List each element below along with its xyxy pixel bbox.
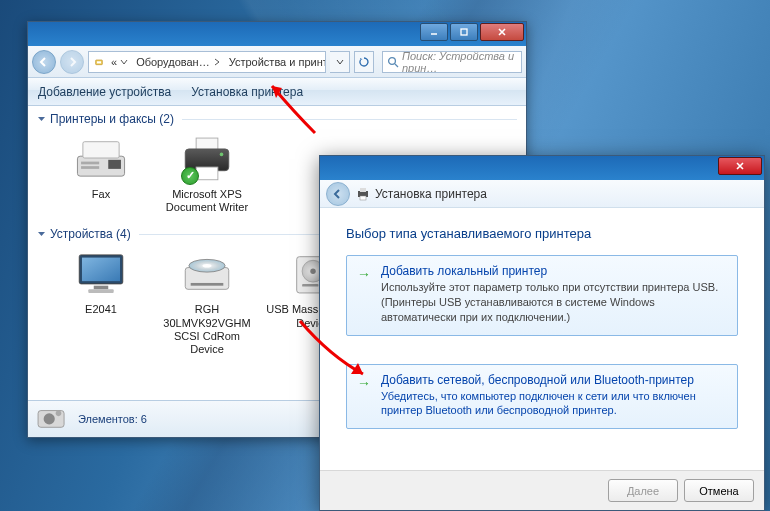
device-monitor[interactable]: E2041 (51, 246, 151, 356)
device-fax[interactable]: Fax (51, 131, 151, 214)
optical-drive-icon (175, 246, 239, 300)
svg-point-29 (56, 411, 62, 417)
printer-icon (356, 187, 370, 201)
option-network-printer[interactable]: → Добавить сетевой, беспроводной или Blu… (346, 364, 738, 430)
command-bar: Добавление устройства Установка принтера (28, 78, 526, 106)
monitor-icon (69, 246, 133, 300)
svg-rect-16 (82, 258, 120, 282)
svg-rect-13 (196, 167, 218, 180)
chevron-down-icon (37, 115, 46, 124)
chevron-down-icon (37, 230, 46, 239)
status-text: Элементов: 6 (78, 413, 147, 425)
svg-point-22 (202, 264, 211, 268)
svg-point-28 (44, 413, 55, 424)
option-network-desc: Убедитесь, что компьютер подключен к сет… (381, 389, 725, 419)
wizard-footer: Далее Отмена (320, 470, 764, 510)
svg-point-4 (389, 57, 396, 64)
svg-rect-17 (94, 286, 109, 290)
arrow-icon: → (357, 266, 371, 282)
nav-bar: « Оборудован… Устройства и принтеры Поис… (28, 46, 526, 78)
wizard-title-bar (320, 156, 764, 180)
option-local-printer[interactable]: → Добавить локальный принтер Используйте… (346, 255, 738, 336)
breadcrumb-seg1[interactable]: Оборудован… (132, 56, 225, 68)
arrow-icon: → (357, 375, 371, 391)
breadcrumb-dropdown-button[interactable] (330, 51, 350, 73)
svg-rect-20 (191, 283, 224, 286)
breadcrumb-seg2[interactable]: Устройства и принтеры (225, 56, 326, 68)
fax-icon (69, 131, 133, 185)
forward-button[interactable] (60, 50, 84, 74)
breadcrumb-icon (91, 58, 107, 66)
option-network-title: Добавить сетевой, беспроводной или Bluet… (381, 373, 725, 387)
back-button[interactable] (32, 50, 56, 74)
svg-rect-31 (360, 188, 366, 192)
svg-rect-10 (81, 166, 99, 169)
wizard-body: Выбор типа устанавливаемого принтера → Д… (320, 208, 764, 429)
add-device-link[interactable]: Добавление устройства (38, 85, 171, 99)
svg-rect-8 (108, 160, 121, 169)
device-cdrom[interactable]: RGH 30LMVK92VGHM SCSI CdRom Device (157, 246, 257, 356)
cancel-button[interactable]: Отмена (684, 479, 754, 502)
wizard-back-button[interactable] (326, 182, 350, 206)
option-local-title: Добавить локальный принтер (381, 264, 725, 278)
svg-rect-18 (88, 290, 113, 294)
breadcrumb[interactable]: « Оборудован… Устройства и принтеры (88, 51, 326, 73)
svg-rect-32 (360, 196, 366, 200)
device-xps[interactable]: Microsoft XPS Document Writer (157, 131, 257, 214)
status-thumb-icon (36, 405, 68, 433)
svg-rect-1 (461, 29, 467, 35)
close-button[interactable] (480, 23, 524, 41)
svg-rect-9 (81, 162, 99, 165)
wizard-header: Установка принтера (320, 180, 764, 208)
printer-icon (175, 131, 239, 185)
svg-rect-7 (83, 142, 119, 158)
svg-point-14 (220, 153, 224, 157)
group-printers-header[interactable]: Принтеры и факсы (2) (29, 107, 525, 129)
refresh-button[interactable] (354, 51, 374, 73)
search-input[interactable]: Поиск: Устройства и прин… (382, 51, 522, 73)
add-printer-wizard: Установка принтера Выбор типа устанавлив… (319, 155, 765, 511)
title-bar (28, 22, 526, 46)
svg-line-5 (395, 64, 398, 67)
breadcrumb-dropdown-icon[interactable]: « (107, 56, 132, 68)
add-printer-link[interactable]: Установка принтера (191, 85, 303, 99)
wizard-close-button[interactable] (718, 157, 762, 175)
svg-point-25 (310, 269, 315, 274)
wizard-title-text: Установка принтера (375, 187, 487, 201)
minimize-button[interactable] (420, 23, 448, 41)
maximize-button[interactable] (450, 23, 478, 41)
svg-rect-3 (97, 61, 101, 63)
next-button[interactable]: Далее (608, 479, 678, 502)
wizard-heading: Выбор типа устанавливаемого принтера (346, 226, 738, 241)
option-local-desc: Используйте этот параметр только при отс… (381, 280, 725, 325)
search-placeholder: Поиск: Устройства и прин… (402, 51, 517, 73)
default-check-icon (181, 167, 199, 185)
svg-rect-26 (302, 284, 318, 287)
search-icon (387, 56, 399, 68)
